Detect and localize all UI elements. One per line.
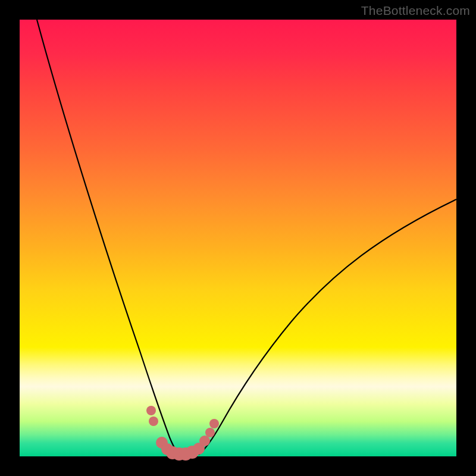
right-curve: [199, 199, 456, 455]
marker-dot: [149, 416, 158, 426]
curves-layer: [37, 20, 456, 455]
left-curve: [37, 20, 180, 455]
chart-svg: [0, 0, 476, 476]
marker-dot: [199, 436, 210, 446]
bottom-markers: [146, 406, 219, 461]
chart-frame: TheBottleneck.com: [0, 0, 476, 476]
marker-dot: [209, 419, 219, 428]
marker-dot: [146, 406, 156, 415]
marker-dot: [205, 428, 215, 437]
watermark-text: TheBottleneck.com: [361, 4, 470, 18]
